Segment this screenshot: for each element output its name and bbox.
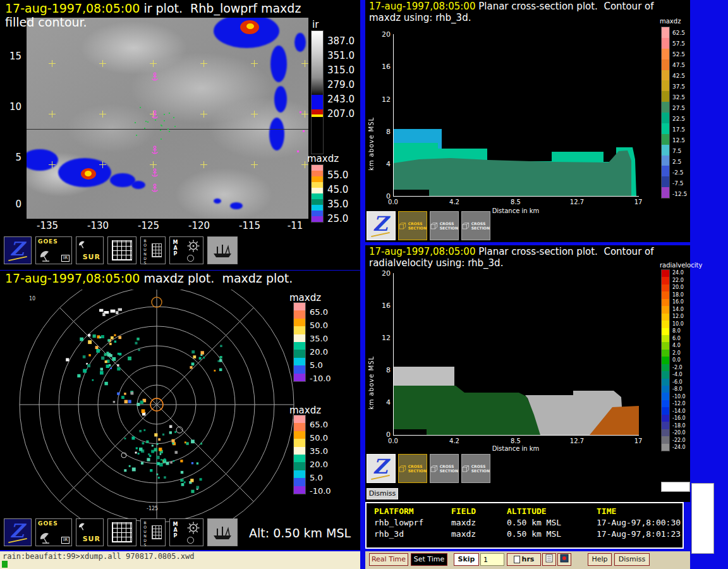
colorbar-tick: 387.0 [327,35,355,47]
colorbar-segment [662,38,669,49]
main-toolbar: Z GOES IR SUR BOUNDS MAP [4,236,238,264]
dismiss-button-small[interactable]: Dismiss [367,488,398,499]
ir-label: IR [61,255,70,262]
dismiss-button[interactable]: Dismiss [614,553,650,566]
grid-plus-mark [49,161,56,168]
grid-plus-mark [301,111,308,118]
real-time-button[interactable]: Real Time [369,553,408,566]
zebra-logo-button[interactable]: Z [4,236,32,264]
help-button[interactable]: Help [588,553,612,566]
sur-button[interactable]: SUR [76,518,104,546]
record-icon [560,554,569,563]
colorbar-segment [662,27,669,38]
map-button[interactable]: MAP [169,236,203,264]
radar-ppi-display[interactable] [0,290,313,522]
zebra-logo-button[interactable]: Z [367,454,396,483]
panel-title: 17-aug-1997,08:05:00 Planar cross-sectio… [369,1,654,12]
bounds-button[interactable]: BOUNDS [140,518,166,546]
scrollbar[interactable] [691,483,714,554]
zebra-logo-button[interactable]: Z [4,518,32,546]
colorbar-segment [662,166,669,176]
cross-section-button-2[interactable]: CROSSSECTION [430,211,459,240]
colorbar-title: maxdz [660,18,681,25]
timestamp: 17-aug-1997,08:05:00 [369,1,475,12]
colorbar-tick: 279.0 [327,79,355,90]
colorbar-segment [662,314,669,321]
echo-speck [140,107,141,108]
bounds-button[interactable]: BOUNDS [140,236,166,264]
title-text: filled contour. [5,15,87,29]
platform-button[interactable] [207,518,238,546]
platform-button[interactable] [207,236,238,264]
panel-title: 17-aug-1997,08:05:00 maxdz plot. maxdz p… [5,272,293,285]
grid-plus-mark [251,60,258,67]
record-button[interactable] [557,553,571,566]
colorbar-segment [662,393,669,400]
cube-icon [430,463,438,474]
circle-icon [187,255,194,262]
skip-button[interactable]: Skip [454,553,479,566]
echo-speck [135,122,136,123]
bounds-grid-icon [152,243,162,257]
table-cell: PLATFORM [374,506,451,516]
bounds-grid-icon [152,525,162,539]
cross-section-button-2[interactable]: CROSSSECTION [430,454,459,483]
x-axis-label: Distance in km [492,445,540,452]
hours-button[interactable]: hrs [507,553,541,566]
colorbar-tick: -12.0 [672,401,686,407]
calendar-button[interactable] [542,553,556,566]
colorbar-tick: 22.5 [672,116,685,122]
table-cell: TIME [597,506,682,516]
skip-value-input[interactable] [480,553,504,566]
radar-echoes [66,309,222,493]
sur-button[interactable]: SUR [76,236,104,264]
goes-ir-button[interactable]: GOES IR [35,518,72,546]
cross-label: CROSS [471,221,490,226]
set-time-button[interactable]: Set Time [411,553,447,566]
grid-plus-mark [251,161,258,168]
window-resize-corner[interactable] [661,482,690,492]
goes-ir-button[interactable]: GOES IR [35,236,72,264]
colorbar-tick: 2.5 [672,159,681,165]
colorbar-segment [662,291,669,298]
colorbar-tick: 65.0 [310,420,328,429]
colorbar-segment [662,357,669,364]
units-icon [514,556,520,563]
colorbar-tick: 42.5 [672,73,685,79]
satellite-image[interactable] [27,18,308,219]
gear-icon [186,239,200,253]
cross-section-button-1[interactable]: CROSSSECTION [398,454,427,483]
grid-icon [112,240,132,260]
colorbar-segment [662,102,669,113]
grid-overlay-button[interactable] [107,518,136,546]
map-button[interactable]: MAP [169,518,203,546]
section-label: SECTION [471,468,490,473]
colorbar-segment [312,205,323,211]
bounds-label: BOUNDS [143,520,147,547]
echo-speck [155,119,156,121]
colorbar-segment [312,193,323,199]
colorbar-segment [294,470,305,478]
title-text: maxdz using: rhb_3d. [369,12,471,23]
cross-section-plot[interactable] [393,34,639,197]
cross-section-button-3[interactable]: CROSSSECTION [461,454,490,483]
axis-tick: -120 [188,220,210,231]
grid-plus-mark [301,60,308,67]
cross-section-button-1[interactable]: CROSSSECTION [398,211,427,240]
sur-label: SUR [83,535,100,543]
axis-tick: 4.2 [449,199,459,205]
colorbar-segment [662,70,669,81]
colorbar-segment [662,444,669,451]
colorbar-segment [312,171,323,176]
axis-tick: -130 [87,220,109,231]
zebra-logo-button[interactable]: Z [367,211,396,240]
cross-section-plot[interactable] [393,273,639,436]
colorbar-tick: 35.0 [310,334,328,343]
colorbar-segment [662,342,669,349]
terminal-window[interactable]: rain:beaufait:99>xdump.all 970817.0805.x… [0,551,360,569]
axis-tick: 4.2 [449,437,459,444]
cross-section-toolbar: Z CROSSSECTION CROSSSECTION CROSSSECTION [367,211,490,240]
cross-section-button-3[interactable]: CROSSSECTION [461,211,490,240]
axis-tick: 12.7 [570,437,584,444]
grid-overlay-button[interactable] [107,236,136,264]
